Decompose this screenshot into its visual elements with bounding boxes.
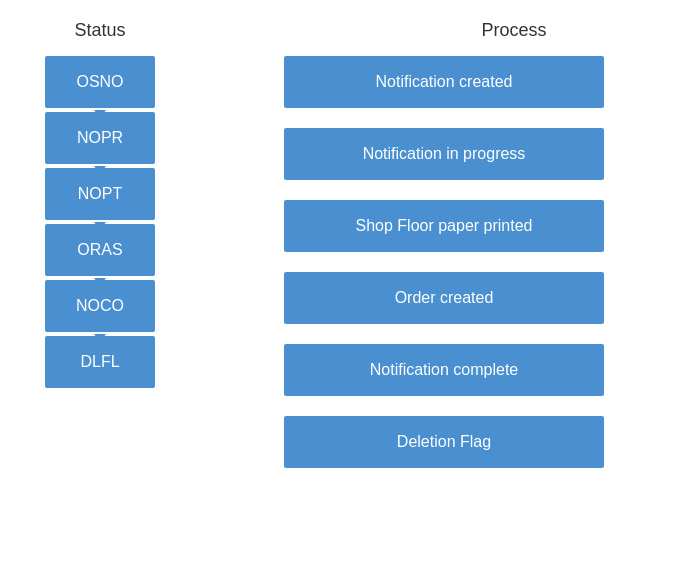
status-box-nopr: NOPR: [45, 112, 155, 164]
process-box-notification-in-progress: Notification in progress: [284, 128, 604, 180]
column-headers: Status Process: [10, 20, 678, 41]
status-header: Status: [10, 20, 190, 41]
process-header: Process: [350, 20, 678, 41]
status-box-osno: OSNO: [45, 56, 155, 108]
page: Status Process OSNO NOPR NOPT: [0, 0, 688, 574]
status-column: OSNO NOPR NOPT ORAS: [10, 51, 190, 564]
content-area: OSNO NOPR NOPT ORAS: [10, 51, 678, 564]
process-box-deletion-flag: Deletion Flag: [284, 416, 604, 468]
status-box-noco: NOCO: [45, 280, 155, 332]
status-box-oras: ORAS: [45, 224, 155, 276]
process-box-notification-complete: Notification complete: [284, 344, 604, 396]
process-column: Notification created Notification in pro…: [190, 51, 678, 564]
process-box-notification-created: Notification created: [284, 56, 604, 108]
status-box-nopt: NOPT: [45, 168, 155, 220]
process-box-order-created: Order created: [284, 272, 604, 324]
status-box-dlfl: DLFL: [45, 336, 155, 388]
process-box-shop-floor-paper-printed: Shop Floor paper printed: [284, 200, 604, 252]
